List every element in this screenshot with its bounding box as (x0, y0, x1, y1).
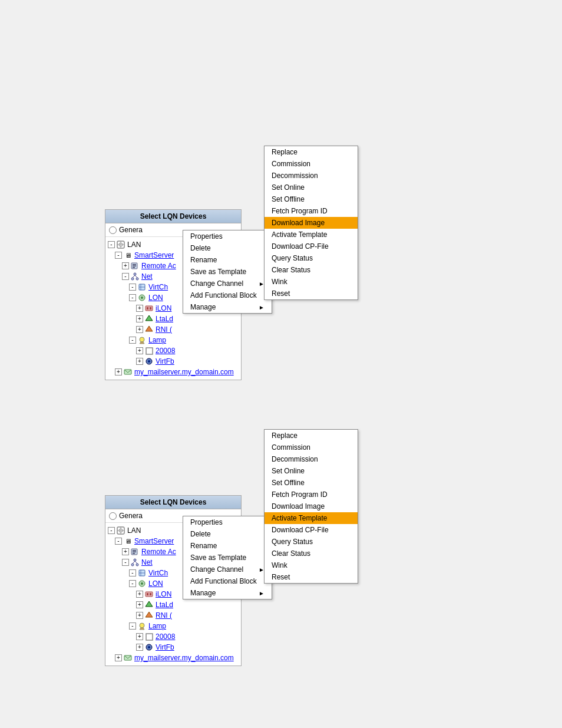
menu-item-manage-2[interactable]: Manage ► (183, 587, 272, 599)
expander-virtfb-2[interactable]: + (136, 644, 143, 651)
menu-item-set-online-2[interactable]: Set Online (265, 465, 358, 477)
menu-item-clear-status-1[interactable]: Clear Status (265, 264, 358, 276)
tree-label-virtfb-2[interactable]: VirtFb (156, 643, 174, 651)
menu-item-replace-2[interactable]: Replace (265, 430, 358, 442)
expander-lan-2[interactable]: - (108, 527, 115, 534)
menu-item-decommission-1[interactable]: Decommission (265, 170, 358, 182)
menu-item-save-template-1[interactable]: Save as Template (183, 266, 272, 278)
menu-item-query-status-2[interactable]: Query Status (265, 536, 358, 548)
expander-remote-1[interactable]: + (122, 262, 129, 269)
tree-label-mail-2[interactable]: my_mailserver.my_domain.com (134, 654, 234, 662)
menu-item-reset-2[interactable]: Reset (265, 571, 358, 583)
menu-item-delete-2[interactable]: Delete (183, 528, 272, 540)
menu-item-change-channel-1[interactable]: Change Channel ► (183, 278, 272, 289)
tree-item-20008-2[interactable]: + 20008 (105, 631, 241, 642)
expander-lamp-2[interactable]: - (129, 622, 136, 630)
menu-item-reset-1[interactable]: Reset (265, 288, 358, 299)
tree-item-mail-1[interactable]: + my_mailserver.my_domain.com (105, 367, 241, 377)
expander-ltald-1[interactable]: + (136, 315, 143, 322)
tree-label-rni-1[interactable]: RNI ( (156, 325, 172, 334)
tree-label-smartserver-1[interactable]: SmartServer (134, 251, 174, 259)
tree-label-ltald-2[interactable]: LtaLd (156, 601, 173, 609)
menu-item-wink-2[interactable]: Wink (265, 559, 358, 571)
menu-item-query-status-1[interactable]: Query Status (265, 252, 358, 264)
menu-item-delete-1[interactable]: Delete (183, 242, 272, 254)
tree-label-ltald-1[interactable]: LtaLd (156, 315, 173, 323)
tree-label-remote-1[interactable]: Remote Ac (141, 262, 176, 270)
menu-item-manage-1[interactable]: Manage ► (183, 301, 272, 313)
expander-rni-1[interactable]: + (136, 326, 143, 333)
tree-item-virtfb-1[interactable]: + VirtFb (105, 356, 241, 367)
expander-virtch-2[interactable]: - (129, 569, 136, 577)
tree-item-lamp-2[interactable]: - Lamp (105, 621, 241, 631)
menu-item-set-online-1[interactable]: Set Online (265, 182, 358, 193)
expander-virtfb-1[interactable]: + (136, 358, 143, 365)
tree-label-virtch-1[interactable]: VirtCh (148, 283, 168, 291)
tree-item-rni-2[interactable]: + RNI ( (105, 610, 241, 621)
tree-item-20008-1[interactable]: + 20008 (105, 345, 241, 356)
menu-item-add-functional-block-1[interactable]: Add Functional Block (183, 289, 272, 301)
expander-ilon-1[interactable]: + (136, 305, 143, 312)
tree-label-mail-1[interactable]: my_mailserver.my_domain.com (134, 368, 234, 376)
expander-smartserver-1[interactable]: - (115, 252, 122, 259)
expander-lon-2[interactable]: - (129, 580, 136, 587)
menu-item-save-template-2[interactable]: Save as Template (183, 552, 272, 564)
tree-label-smartserver-2[interactable]: SmartServer (134, 537, 174, 545)
expander-lon-1[interactable]: - (129, 294, 136, 301)
menu-item-replace-1[interactable]: Replace (265, 146, 358, 158)
expander-smartserver-2[interactable]: - (115, 538, 122, 545)
tree-label-virtch-2[interactable]: VirtCh (148, 569, 168, 577)
menu-item-wink-1[interactable]: Wink (265, 276, 358, 288)
tree-label-remote-2[interactable]: Remote Ac (141, 548, 176, 556)
tree-label-lon-2[interactable]: LON (148, 579, 163, 588)
tree-item-mail-2[interactable]: + my_mailserver.my_domain.com (105, 653, 241, 663)
tree-item-ltald-1[interactable]: + LtaLd (105, 314, 241, 324)
expander-lamp-1[interactable]: - (129, 337, 136, 344)
tree-item-rni-1[interactable]: + RNI ( (105, 324, 241, 335)
menu-item-fetch-program-2[interactable]: Fetch Program ID (265, 489, 358, 500)
menu-item-commission-1[interactable]: Commission (265, 158, 358, 170)
expander-lan-1[interactable]: - (108, 241, 115, 248)
tree-label-net-2[interactable]: Net (141, 558, 153, 566)
expander-net-1[interactable]: - (122, 273, 129, 280)
tree-label-lamp-1[interactable]: Lamp (148, 336, 166, 344)
menu-item-change-channel-2[interactable]: Change Channel ► (183, 564, 272, 575)
menu-item-properties-1[interactable]: Properties (183, 230, 272, 242)
expander-ltald-2[interactable]: + (136, 601, 143, 608)
menu-item-download-image-1[interactable]: Download Image (265, 217, 358, 229)
tree-label-virtfb-1[interactable]: VirtFb (156, 357, 174, 365)
menu-item-activate-template-1[interactable]: Activate Template (265, 229, 358, 241)
tree-label-ilon-2[interactable]: iLON (156, 590, 171, 598)
menu-item-set-offline-1[interactable]: Set Offline (265, 193, 358, 205)
tree-item-virtfb-2[interactable]: + VirtFb (105, 642, 241, 653)
tree-label-lamp-2[interactable]: Lamp (148, 622, 166, 630)
menu-item-download-image-2[interactable]: Download Image (265, 500, 358, 512)
menu-item-download-cp-2[interactable]: Download CP-File (265, 524, 358, 536)
menu-item-fetch-program-1[interactable]: Fetch Program ID (265, 205, 358, 217)
expander-ilon-2[interactable]: + (136, 591, 143, 598)
menu-item-activate-template-2[interactable]: Activate Template (265, 512, 358, 524)
expander-mail-1[interactable]: + (115, 368, 122, 375)
radio-genera-2[interactable] (109, 512, 117, 520)
expander-20008-1[interactable]: + (136, 347, 143, 354)
menu-item-properties-2[interactable]: Properties (183, 516, 272, 528)
tree-label-20008-2[interactable]: 20008 (156, 633, 175, 641)
tree-label-ilon-1[interactable]: iLON (156, 304, 171, 312)
menu-item-rename-2[interactable]: Rename (183, 540, 272, 552)
menu-item-set-offline-2[interactable]: Set Offline (265, 477, 358, 489)
menu-item-rename-1[interactable]: Rename (183, 254, 272, 266)
menu-item-add-functional-block-2[interactable]: Add Functional Block (183, 575, 272, 587)
expander-mail-2[interactable]: + (115, 654, 122, 661)
tree-label-net-1[interactable]: Net (141, 272, 153, 281)
menu-item-decommission-2[interactable]: Decommission (265, 453, 358, 465)
tree-label-rni-2[interactable]: RNI ( (156, 611, 172, 620)
expander-20008-2[interactable]: + (136, 633, 143, 640)
expander-remote-2[interactable]: + (122, 548, 129, 555)
menu-item-clear-status-2[interactable]: Clear Status (265, 548, 358, 559)
expander-virtch-1[interactable]: - (129, 284, 136, 291)
expander-net-2[interactable]: - (122, 559, 129, 566)
tree-item-lamp-1[interactable]: - Lamp (105, 335, 241, 345)
tree-label-20008-1[interactable]: 20008 (156, 347, 175, 355)
radio-genera-1[interactable] (109, 226, 117, 234)
menu-item-download-cp-1[interactable]: Download CP-File (265, 241, 358, 252)
